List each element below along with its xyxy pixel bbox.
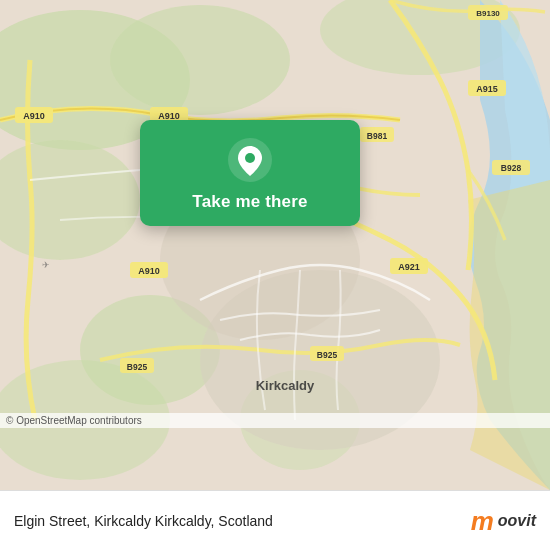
location-label: Elgin Street, Kirkcaldy Kirkcaldy, Scotl… bbox=[14, 513, 471, 529]
svg-text:B981: B981 bbox=[367, 131, 388, 141]
svg-point-35 bbox=[245, 153, 255, 163]
popup-card[interactable]: Take me there bbox=[140, 120, 360, 226]
moovit-brand-text: oovit bbox=[498, 512, 536, 530]
svg-text:B9130: B9130 bbox=[476, 9, 500, 18]
svg-text:Kirkcaldy: Kirkcaldy bbox=[256, 378, 315, 393]
map-container: A910 A910 A910 B981 B981 A921 A915 B9130… bbox=[0, 0, 550, 490]
svg-text:B925: B925 bbox=[317, 350, 338, 360]
svg-text:A921: A921 bbox=[398, 262, 420, 272]
svg-text:B928: B928 bbox=[501, 163, 522, 173]
bottom-bar: Elgin Street, Kirkcaldy Kirkcaldy, Scotl… bbox=[0, 490, 550, 550]
svg-text:A910: A910 bbox=[23, 111, 45, 121]
moovit-logo: m oovit bbox=[471, 508, 536, 534]
moovit-m-letter: m bbox=[471, 508, 494, 534]
svg-text:✈: ✈ bbox=[42, 260, 50, 270]
take-me-there-button[interactable]: Take me there bbox=[192, 192, 307, 212]
location-pin-icon bbox=[228, 138, 272, 182]
svg-text:B925: B925 bbox=[127, 362, 148, 372]
svg-point-2 bbox=[110, 5, 290, 115]
svg-text:A910: A910 bbox=[138, 266, 160, 276]
svg-text:A915: A915 bbox=[476, 84, 498, 94]
attribution-text: © OpenStreetMap contributors bbox=[0, 413, 550, 428]
